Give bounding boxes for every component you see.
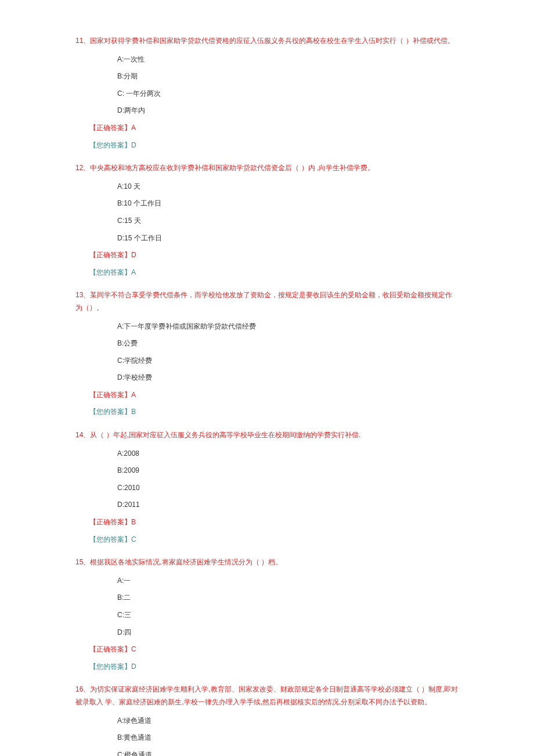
correct-answer-value: D bbox=[131, 251, 136, 259]
options-list: A:下一年度学费补偿或国家助学贷款代偿经费B:公费C:学院经费D:学校经费 bbox=[75, 321, 459, 384]
correct-answer: 【正确答案】C bbox=[75, 643, 459, 656]
option-item: D:两年内 bbox=[117, 105, 459, 117]
option-item: A:下一年度学费补偿或国家助学贷款代偿经费 bbox=[117, 321, 459, 333]
option-item: D:2011 bbox=[117, 499, 459, 512]
question-13: 13、某同学不符合享受学费代偿条件，而学校给他发放了资助金，按规定是要收回该生的… bbox=[75, 289, 459, 419]
correct-answer-value: A bbox=[131, 391, 136, 399]
your-answer-value: C bbox=[131, 535, 136, 543]
correct-answer-value: B bbox=[131, 518, 136, 526]
your-answer-label: 【您的答案】 bbox=[89, 141, 131, 149]
option-item: B:二 bbox=[117, 592, 459, 604]
correct-answer: 【正确答案】D bbox=[75, 249, 459, 262]
option-item: C: 一年分两次 bbox=[117, 88, 459, 100]
option-item: C:三 bbox=[117, 609, 459, 622]
your-answer-value: D bbox=[131, 141, 136, 149]
correct-answer-label: 【正确答案】 bbox=[89, 124, 131, 132]
correct-answer-label: 【正确答案】 bbox=[89, 391, 131, 399]
option-item: B:公费 bbox=[117, 337, 459, 350]
options-list: A:绿色通道B:黄色通道C:橙色通道D:白色通道 bbox=[75, 715, 459, 756]
option-item: A:一 bbox=[117, 575, 459, 588]
option-item: A:一次性 bbox=[117, 53, 459, 66]
question-text: 14、从（ ）年起,国家对应征入伍服义务兵役的高等学校毕业生在校期间缴纳的学费实… bbox=[75, 429, 459, 442]
option-item: A:绿色通道 bbox=[117, 715, 459, 728]
option-item: B:黄色通道 bbox=[117, 732, 459, 744]
your-answer-label: 【您的答案】 bbox=[89, 663, 131, 671]
option-item: C:2010 bbox=[117, 482, 459, 495]
question-text: 13、某同学不符合享受学费代偿条件，而学校给他发放了资助金，按规定是要收回该生的… bbox=[75, 289, 459, 314]
your-answer: 【您的答案】B bbox=[75, 406, 459, 419]
question-15: 15、根据我区各地实际情况,将家庭经济困难学生情况分为（ ）档。A:一B:二C:… bbox=[75, 556, 459, 673]
your-answer-label: 【您的答案】 bbox=[89, 408, 131, 416]
question-text: 12、中央高校和地方高校应在收到学费补偿和国家助学贷款代偿资金后（ ）内 ,向学… bbox=[75, 162, 459, 175]
correct-answer: 【正确答案】A bbox=[75, 122, 459, 135]
your-answer-value: B bbox=[131, 408, 136, 416]
question-text: 16、为切实保证家庭经济困难学生顺利入学,教育部、国家发改委、财政部规定各全日制… bbox=[75, 683, 459, 708]
option-item: A:10 天 bbox=[117, 181, 459, 193]
correct-answer-value: C bbox=[131, 645, 136, 653]
correct-answer-label: 【正确答案】 bbox=[89, 251, 131, 259]
options-list: A:10 天B:10 个工作日C:15 天D:15 个工作日 bbox=[75, 181, 459, 244]
option-item: C:学院经费 bbox=[117, 355, 459, 368]
question-14: 14、从（ ）年起,国家对应征入伍服义务兵役的高等学校毕业生在校期间缴纳的学费实… bbox=[75, 429, 459, 546]
option-item: C:橙色通道 bbox=[117, 749, 459, 756]
options-list: A:2008B:2009C:2010D:2011 bbox=[75, 448, 459, 512]
question-11: 11、国家对获得学费补偿和国家助学贷款代偿资格的应征入伍服义务兵役的高校在校生在… bbox=[75, 35, 459, 152]
option-item: D:学校经费 bbox=[117, 372, 459, 384]
your-answer: 【您的答案】D bbox=[75, 139, 459, 152]
your-answer-label: 【您的答案】 bbox=[89, 535, 131, 543]
correct-answer-value: A bbox=[131, 124, 136, 132]
question-12: 12、中央高校和地方高校应在收到学费补偿和国家助学贷款代偿资金后（ ）内 ,向学… bbox=[75, 162, 459, 279]
your-answer-value: A bbox=[131, 268, 136, 276]
option-item: D:四 bbox=[117, 627, 459, 639]
option-item: B:10 个工作日 bbox=[117, 197, 459, 210]
option-item: B:2009 bbox=[117, 465, 459, 477]
your-answer: 【您的答案】A bbox=[75, 267, 459, 279]
option-item: C:15 天 bbox=[117, 215, 459, 228]
your-answer: 【您的答案】D bbox=[75, 661, 459, 674]
correct-answer: 【正确答案】A bbox=[75, 389, 459, 402]
options-list: A:一B:二C:三D:四 bbox=[75, 575, 459, 639]
option-item: B:分期 bbox=[117, 70, 459, 83]
options-list: A:一次性B:分期C: 一年分两次D:两年内 bbox=[75, 53, 459, 117]
question-text: 15、根据我区各地实际情况,将家庭经济困难学生情况分为（ ）档。 bbox=[75, 556, 459, 569]
your-answer-value: D bbox=[131, 663, 136, 671]
correct-answer-label: 【正确答案】 bbox=[89, 645, 131, 653]
your-answer: 【您的答案】C bbox=[75, 534, 459, 546]
your-answer-label: 【您的答案】 bbox=[89, 268, 131, 276]
correct-answer-label: 【正确答案】 bbox=[89, 518, 131, 526]
question-16: 16、为切实保证家庭经济困难学生顺利入学,教育部、国家发改委、财政部规定各全日制… bbox=[75, 683, 459, 756]
option-item: A:2008 bbox=[117, 448, 459, 460]
correct-answer: 【正确答案】B bbox=[75, 516, 459, 529]
question-text: 11、国家对获得学费补偿和国家助学贷款代偿资格的应征入伍服义务兵役的高校在校生在… bbox=[75, 35, 459, 48]
option-item: D:15 个工作日 bbox=[117, 232, 459, 245]
